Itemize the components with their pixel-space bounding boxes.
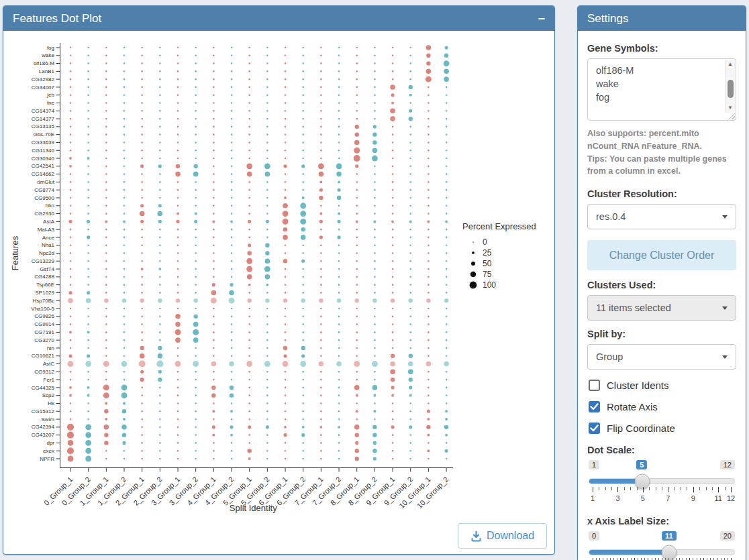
svg-text:CG2930: CG2930 xyxy=(34,211,54,217)
svg-text:CG13229: CG13229 xyxy=(32,258,55,264)
dot-scale-slider[interactable]: 1512135791112 xyxy=(589,460,735,506)
svg-text:CG14374: CG14374 xyxy=(32,108,55,114)
svg-text:CG44325: CG44325 xyxy=(32,385,55,391)
svg-text:hth: hth xyxy=(47,345,54,351)
checkbox-label: Cluster Idents xyxy=(607,380,669,391)
checkbox-checked-icon[interactable] xyxy=(589,423,600,434)
svg-text:Percent Expressed: Percent Expressed xyxy=(462,221,536,231)
svg-text:CG9914: CG9914 xyxy=(34,321,54,327)
svg-text:LanB1: LanB1 xyxy=(39,68,55,74)
download-label: Download xyxy=(487,530,534,542)
checkbox-flip-coordinate[interactable]: Flip Coordinate xyxy=(589,423,735,434)
settings-panel-title: Settings xyxy=(587,7,628,31)
cluster-resolution-label: Cluster Resolution: xyxy=(587,188,736,199)
svg-text:0: 0 xyxy=(483,237,487,247)
svg-text:Fer1: Fer1 xyxy=(44,377,55,383)
svg-text:CG30340: CG30340 xyxy=(32,156,55,162)
download-button[interactable]: Download xyxy=(458,523,547,549)
slider-max-badge: 12 xyxy=(720,460,735,469)
svg-text:Ance: Ance xyxy=(42,235,55,241)
svg-text:hbn: hbn xyxy=(46,203,54,209)
svg-text:Nha1: Nha1 xyxy=(42,242,55,248)
gene-symbols-label: Gene Symbols: xyxy=(587,43,736,54)
dot-scale-label: Dot Scale: xyxy=(587,445,736,455)
gene-line: wake xyxy=(596,77,722,91)
svg-text:Npc2d: Npc2d xyxy=(39,250,54,256)
svg-text:dmGlut: dmGlut xyxy=(37,179,55,185)
chevron-down-icon xyxy=(722,215,728,219)
svg-text:exex: exex xyxy=(43,448,54,454)
svg-text:25: 25 xyxy=(483,248,492,258)
checkbox-cluster-idents[interactable]: Cluster Idents xyxy=(589,380,735,391)
scrollbar-thumb[interactable] xyxy=(728,80,734,98)
svg-text:Scp2: Scp2 xyxy=(42,392,55,398)
svg-text:Mal-A3: Mal-A3 xyxy=(38,227,55,233)
gene-symbols-textarea[interactable]: olf186-M wake fog ▲ ▼ xyxy=(587,58,736,121)
split-by-select[interactable]: Group xyxy=(587,344,736,370)
settings-panel: Settings Gene Symbols: olf186-M wake fog… xyxy=(577,5,746,560)
svg-text:CG43207: CG43207 xyxy=(32,432,55,438)
svg-text:CG4288: CG4288 xyxy=(34,274,54,280)
gene-line: fog xyxy=(596,91,722,104)
svg-text:Features: Features xyxy=(10,235,20,270)
svg-text:Split Identity: Split Identity xyxy=(230,503,277,513)
checkbox-label: Flip Coordinate xyxy=(607,423,675,434)
svg-text:CG3270: CG3270 xyxy=(34,337,54,343)
scroll-up-icon[interactable]: ▲ xyxy=(726,60,735,68)
checkbox-rotate-axis[interactable]: Rotate Axis xyxy=(589,401,735,412)
svg-text:CG34007: CG34007 xyxy=(32,85,55,91)
split-by-label: Split by: xyxy=(587,329,736,339)
textarea-scrollbar[interactable]: ▲ ▼ xyxy=(725,60,735,113)
cluster-resolution-select[interactable]: res.0.4 xyxy=(587,204,736,229)
plot-area: Featuresfogwakeolf186-MLanB1CG32982CG340… xyxy=(3,31,554,555)
gene-line: olf186-M xyxy=(596,64,722,77)
checkbox-unchecked-icon[interactable] xyxy=(589,380,600,391)
svg-text:fne: fne xyxy=(47,100,55,106)
slider-track[interactable] xyxy=(589,478,735,484)
slider-fill xyxy=(589,550,669,555)
svg-text:CG33639: CG33639 xyxy=(32,139,55,146)
svg-text:GstT4: GstT4 xyxy=(40,266,54,272)
svg-text:CG14662: CG14662 xyxy=(32,171,55,177)
svg-text:AstC: AstC xyxy=(43,361,55,367)
resize-handle-icon[interactable] xyxy=(728,113,735,119)
svg-text:AstA: AstA xyxy=(43,219,55,225)
svg-text:CG10621: CG10621 xyxy=(32,353,55,359)
svg-text:CG42541: CG42541 xyxy=(32,163,55,169)
x-axis-label-size-label: x Axis Label Size: xyxy=(587,516,736,526)
svg-text:CG7191: CG7191 xyxy=(34,329,54,335)
svg-text:Hk: Hk xyxy=(48,400,55,406)
chevron-down-icon xyxy=(722,306,728,310)
svg-text:75: 75 xyxy=(483,270,492,279)
plot-panel-header: Features Dot Plot − xyxy=(3,6,554,31)
svg-text:CG42394: CG42394 xyxy=(32,424,55,430)
slider-min-badge: 0 xyxy=(589,531,599,541)
scroll-down-icon[interactable]: ▼ xyxy=(726,104,735,112)
chevron-down-icon xyxy=(722,355,728,359)
slider-track[interactable] xyxy=(589,549,735,555)
svg-text:Gbs-70E: Gbs-70E xyxy=(33,131,54,137)
svg-text:CG9826: CG9826 xyxy=(34,313,54,319)
dot-plot-svg: Featuresfogwakeolf186-MLanB1CG32982CG340… xyxy=(3,31,554,530)
svg-text:CG15312: CG15312 xyxy=(32,408,55,414)
svg-text:CG11340: CG11340 xyxy=(32,148,54,154)
download-icon xyxy=(470,530,482,542)
change-cluster-order-button[interactable]: Change Cluster Order xyxy=(587,240,736,270)
clusters-used-dropdown[interactable]: 11 items selected xyxy=(587,295,736,321)
svg-text:CG14377: CG14377 xyxy=(32,116,55,122)
collapse-icon[interactable]: − xyxy=(538,13,545,25)
clusters-used-label: Clusters Used: xyxy=(587,280,736,290)
gene-symbols-help-text: Also supports: percent.mito nCount_RNA n… xyxy=(587,127,736,178)
checkbox-checked-icon[interactable] xyxy=(589,401,600,412)
x-axis-label-size-slider[interactable]: 0112002468101214161820 xyxy=(589,531,735,560)
svg-text:50: 50 xyxy=(483,259,492,268)
svg-text:CG8774: CG8774 xyxy=(34,187,54,193)
svg-text:fog: fog xyxy=(47,45,54,51)
svg-text:dpr: dpr xyxy=(46,440,54,446)
svg-text:wake: wake xyxy=(41,52,54,58)
svg-text:Vha100-5: Vha100-5 xyxy=(31,306,54,312)
plot-panel-title: Features Dot Plot xyxy=(13,7,101,31)
svg-text:SP1029: SP1029 xyxy=(36,290,55,296)
svg-text:olf186-M: olf186-M xyxy=(34,60,54,66)
slider-min-badge: 1 xyxy=(589,460,599,469)
